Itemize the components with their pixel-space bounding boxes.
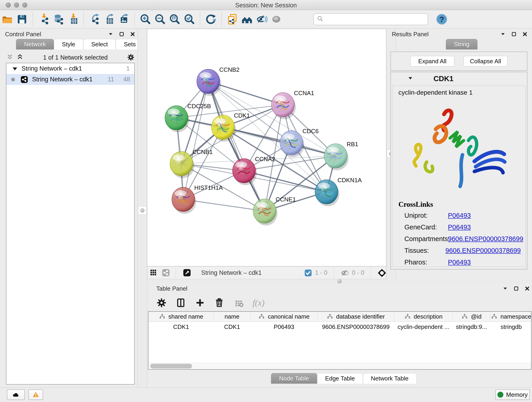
cell-name[interactable]: CDK1 bbox=[214, 322, 250, 332]
network-node-ccne1[interactable] bbox=[253, 199, 278, 225]
memory-button[interactable]: Memory bbox=[495, 389, 530, 400]
save-session-button[interactable] bbox=[15, 12, 29, 26]
collapse-triangle-icon[interactable] bbox=[11, 65, 19, 73]
panel-menu-icon[interactable] bbox=[500, 31, 506, 37]
column-header-shared-name[interactable]: shared name bbox=[148, 312, 214, 322]
column-header-namespace[interactable]: namespace bbox=[490, 312, 532, 322]
import-network-file-button[interactable] bbox=[36, 12, 51, 26]
add-column-icon[interactable] bbox=[195, 298, 205, 308]
panel-close-icon[interactable] bbox=[130, 31, 136, 37]
network-node-cdk1[interactable] bbox=[211, 115, 236, 142]
tab-edge-table[interactable]: Edge Table bbox=[317, 373, 363, 384]
open-session-button[interactable] bbox=[0, 12, 15, 26]
cell-description[interactable]: cyclin-dependent ... bbox=[394, 322, 453, 332]
crosslink-link[interactable]: P06493 bbox=[448, 223, 471, 231]
scrollbar-thumb[interactable] bbox=[150, 364, 192, 369]
network-tree-item[interactable]: String Network – cdk1 11 48 bbox=[6, 74, 134, 85]
expand-all-icon[interactable] bbox=[16, 53, 24, 62]
import-network-database-button[interactable] bbox=[51, 12, 65, 26]
column-header-name[interactable]: name bbox=[214, 312, 250, 322]
search-input[interactable] bbox=[323, 14, 428, 24]
show-columns-icon[interactable] bbox=[176, 298, 186, 308]
zoom-fit-button[interactable] bbox=[167, 12, 182, 26]
hidden-eye-icon[interactable] bbox=[341, 268, 349, 277]
selected-checkbox-icon[interactable] bbox=[304, 268, 312, 277]
tab-select[interactable]: Select bbox=[83, 39, 116, 50]
crosslink-link[interactable]: P06493 bbox=[448, 259, 471, 266]
column-header--id[interactable]: @id bbox=[453, 312, 490, 322]
collapse-all-button[interactable]: Collapse All bbox=[463, 56, 507, 66]
column-header-description[interactable]: description bbox=[394, 312, 453, 322]
disclosure-triangle-icon[interactable] bbox=[407, 75, 414, 82]
panel-float-icon[interactable] bbox=[119, 31, 125, 37]
grid-view-icon[interactable] bbox=[147, 266, 160, 280]
cell-namespace[interactable]: stringdb bbox=[490, 322, 532, 332]
network-node-ccna2[interactable] bbox=[233, 159, 257, 185]
open-in-window-button[interactable] bbox=[180, 266, 194, 280]
network-node-cdc25b[interactable] bbox=[165, 106, 189, 132]
crosslink-link[interactable]: 9606.ENSP00000378699 bbox=[445, 247, 521, 254]
panel-menu-icon[interactable] bbox=[108, 31, 114, 37]
search-field[interactable] bbox=[313, 13, 428, 25]
tab-style[interactable]: Style bbox=[54, 39, 83, 50]
network-node-cdc6[interactable] bbox=[280, 131, 304, 157]
delete-column-icon[interactable] bbox=[214, 298, 225, 308]
clone-network-button[interactable] bbox=[225, 12, 240, 26]
cell-shared-name[interactable]: CDK1 bbox=[148, 322, 214, 332]
crosslink-link[interactable]: 9606.ENSP00000378699 bbox=[448, 235, 523, 243]
zoom-in-button[interactable] bbox=[138, 12, 152, 26]
table-settings-gear-icon[interactable] bbox=[156, 298, 167, 308]
table-horizontal-scrollbar[interactable] bbox=[148, 363, 531, 369]
refresh-button[interactable] bbox=[203, 12, 218, 26]
tab-network-table[interactable]: Network Table bbox=[363, 373, 417, 384]
left-splitter-handle[interactable] bbox=[138, 206, 146, 215]
results-panel-title: Results Panel bbox=[392, 31, 428, 38]
import-table-file-button[interactable] bbox=[65, 12, 80, 26]
network-node-cdkn1a[interactable] bbox=[315, 180, 339, 206]
tab-string[interactable]: String bbox=[446, 39, 477, 50]
zoom-out-button[interactable] bbox=[152, 12, 167, 26]
share-view-icon[interactable] bbox=[160, 266, 172, 280]
crosslink-link[interactable]: P06493 bbox=[448, 212, 471, 219]
node-table[interactable]: shared namename canonical name database … bbox=[148, 311, 532, 370]
network-node-rb1[interactable] bbox=[324, 144, 348, 170]
panel-menu-icon[interactable] bbox=[502, 286, 508, 292]
crosshair-icon[interactable] bbox=[377, 268, 386, 277]
hide-selection-button[interactable] bbox=[254, 12, 269, 26]
panel-float-icon[interactable] bbox=[513, 286, 519, 292]
first-neighbors-button[interactable] bbox=[240, 12, 254, 26]
horizontal-splitter[interactable] bbox=[147, 279, 532, 283]
collapse-all-icon[interactable] bbox=[6, 53, 14, 62]
show-all-button[interactable] bbox=[269, 12, 284, 26]
network-node-ccna1[interactable] bbox=[272, 93, 296, 119]
title-bar: Session: New Session bbox=[0, 0, 532, 10]
table-row[interactable]: CDK1CDK1P064939606.ENSP00000378699cyclin… bbox=[148, 322, 531, 332]
panel-close-icon[interactable] bbox=[522, 31, 528, 37]
export-network-button[interactable] bbox=[87, 12, 102, 26]
cell--id[interactable]: stringdb:9... bbox=[453, 322, 490, 332]
cloud-status-button[interactable] bbox=[7, 389, 25, 400]
left-splitter[interactable] bbox=[138, 28, 147, 387]
network-node-hist1h1a[interactable] bbox=[172, 187, 196, 214]
export-table-button[interactable] bbox=[102, 12, 116, 26]
network-tree-item[interactable]: String Network – cdk1 1 bbox=[6, 63, 134, 74]
column-header-database-identifier[interactable]: database identifier bbox=[317, 312, 394, 322]
tab-network[interactable]: Network bbox=[16, 39, 54, 50]
help-button[interactable]: ? bbox=[434, 12, 449, 26]
network-canvas[interactable]: CCNB2CCNA1CDC25BCDK1CDC6RB1CCNB1CCNA2CDK… bbox=[147, 29, 386, 266]
expand-all-button[interactable]: Expand All bbox=[410, 56, 454, 66]
cell-canonical-name[interactable]: P06493 bbox=[250, 322, 317, 332]
column-header-canonical-name[interactable]: canonical name bbox=[250, 312, 317, 322]
tree-options-gear-icon[interactable] bbox=[127, 53, 135, 62]
network-node-ccnb2[interactable] bbox=[197, 69, 221, 96]
gene-section-header[interactable]: CDK1 bbox=[391, 72, 527, 85]
tab-node-table[interactable]: Node Table bbox=[271, 373, 317, 384]
export-image-button[interactable] bbox=[116, 12, 131, 26]
zoom-selected-button[interactable] bbox=[182, 12, 196, 26]
panel-float-icon[interactable] bbox=[511, 31, 517, 37]
warnings-button[interactable] bbox=[28, 389, 43, 400]
crosslinks-section: CrossLinks Uniprot: P06493GeneCard: P064… bbox=[399, 200, 521, 270]
panel-close-icon[interactable] bbox=[524, 286, 530, 292]
crosslink-row: Uniprot: P06493 bbox=[404, 212, 521, 219]
cell-database-identifier[interactable]: 9606.ENSP00000378699 bbox=[317, 322, 394, 332]
